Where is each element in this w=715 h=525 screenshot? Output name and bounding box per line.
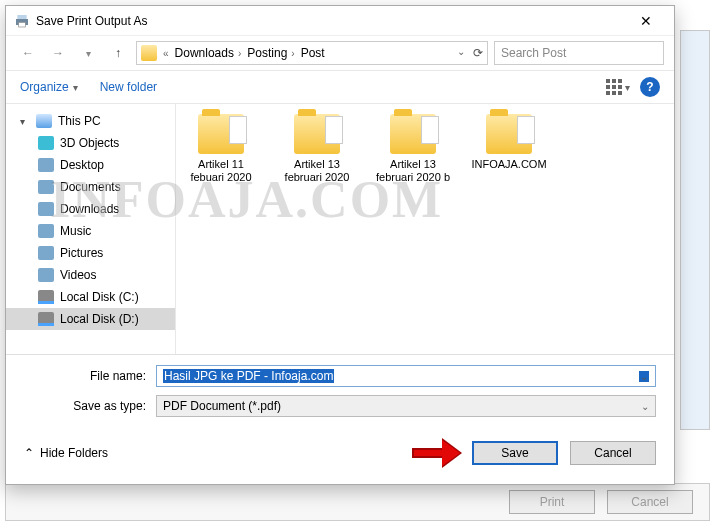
file-item-2[interactable]: Artikel 13 februari 2020 b — [374, 114, 452, 184]
crumb-1[interactable]: Posting› — [247, 46, 294, 60]
tree-item-8[interactable]: Local Disk (D:) — [6, 308, 175, 330]
tree-item-4[interactable]: Music — [6, 220, 175, 242]
save-button[interactable]: Save — [472, 441, 558, 465]
search-input[interactable]: Search Post — [494, 41, 664, 65]
up-button[interactable]: ↑ — [106, 41, 130, 65]
file-label: Artikel 13 februari 2020 b — [374, 158, 452, 184]
tree-item-7[interactable]: Local Disk (C:) — [6, 286, 175, 308]
tree-item-6[interactable]: Videos — [6, 264, 175, 286]
bg-print-button[interactable]: Print — [509, 490, 595, 514]
tree-this-pc[interactable]: ▾ This PC — [6, 110, 175, 132]
annotation-arrow — [412, 443, 460, 463]
dialog-title: Save Print Output As — [36, 14, 147, 28]
tree-item-1[interactable]: Desktop — [6, 154, 175, 176]
dialog-body: ▾ This PC 3D ObjectsDesktopDocumentsDown… — [6, 104, 674, 354]
tree-item-icon — [38, 136, 54, 150]
address-dropdown-icon[interactable]: ⌄ — [457, 46, 465, 60]
svg-rect-0 — [17, 15, 26, 19]
tree-item-2[interactable]: Documents — [6, 176, 175, 198]
footer: ⌃ Hide Folders Save Cancel — [6, 431, 674, 479]
file-pane[interactable]: Artikel 11 febuari 2020Artikel 13 februa… — [176, 104, 674, 354]
file-item-0[interactable]: Artikel 11 febuari 2020 — [182, 114, 260, 184]
savetype-label: Save as type: — [66, 399, 156, 413]
cancel-button[interactable]: Cancel — [570, 441, 656, 465]
tree-item-label: Local Disk (D:) — [60, 312, 139, 326]
file-item-1[interactable]: Artikel 13 februari 2020 — [278, 114, 356, 184]
printer-icon — [14, 13, 30, 29]
titlebar: Save Print Output As ✕ — [6, 6, 674, 36]
new-folder-button[interactable]: New folder — [100, 80, 157, 94]
tree-item-label: Documents — [60, 180, 121, 194]
recent-dropdown[interactable]: ▾ — [76, 41, 100, 65]
tree-item-label: Downloads — [60, 202, 119, 216]
tree-item-label: Music — [60, 224, 91, 238]
help-icon[interactable]: ? — [640, 77, 660, 97]
fields: File name: Hasil JPG ke PDF - Infoaja.co… — [6, 354, 674, 431]
tree-label: This PC — [58, 114, 101, 128]
tree-item-label: Desktop — [60, 158, 104, 172]
tree-item-icon — [38, 268, 54, 282]
organize-menu[interactable]: Organize ▾ — [20, 80, 78, 94]
tree-item-icon — [38, 180, 54, 194]
filename-input[interactable]: Hasil JPG ke PDF - Infoaja.com ⌄ — [156, 365, 656, 387]
file-item-3[interactable]: INFOAJA.COM — [470, 114, 548, 184]
tree-item-0[interactable]: 3D Objects — [6, 132, 175, 154]
filename-dropdown-icon[interactable]: ⌄ — [639, 371, 649, 382]
expand-icon[interactable]: ▾ — [20, 116, 30, 127]
tree-item-label: Local Disk (C:) — [60, 290, 139, 304]
tree-item-icon — [38, 290, 54, 304]
toolbar: Organize ▾ New folder ▾ ? — [6, 70, 674, 104]
savetype-select[interactable]: PDF Document (*.pdf) ⌄ — [156, 395, 656, 417]
background-window — [680, 30, 710, 430]
tree-item-label: Pictures — [60, 246, 103, 260]
nav-row: ← → ▾ ↑ « Downloads› Posting› Post ⌄ ⟳ S… — [6, 36, 674, 70]
save-dialog: Save Print Output As ✕ ← → ▾ ↑ « Downloa… — [5, 5, 675, 485]
tree-item-3[interactable]: Downloads — [6, 198, 175, 220]
back-button[interactable]: ← — [16, 41, 40, 65]
chevron-icon: « — [163, 48, 169, 59]
file-label: Artikel 13 februari 2020 — [278, 158, 356, 184]
tree-item-5[interactable]: Pictures — [6, 242, 175, 264]
chevron-up-icon: ⌃ — [24, 446, 34, 460]
background-footer: Print Cancel — [5, 483, 710, 521]
search-placeholder: Search Post — [501, 46, 566, 60]
view-options-button[interactable]: ▾ — [606, 79, 630, 95]
folder-icon — [390, 114, 436, 154]
folder-icon — [486, 114, 532, 154]
bg-cancel-button[interactable]: Cancel — [607, 490, 693, 514]
tree-item-icon — [38, 312, 54, 326]
refresh-icon[interactable]: ⟳ — [473, 46, 483, 60]
pc-icon — [36, 114, 52, 128]
address-bar[interactable]: « Downloads› Posting› Post ⌄ ⟳ — [136, 41, 488, 65]
file-label: INFOAJA.COM — [470, 158, 548, 171]
tree-item-icon — [38, 224, 54, 238]
folder-icon — [141, 45, 157, 61]
nav-tree[interactable]: ▾ This PC 3D ObjectsDesktopDocumentsDown… — [6, 104, 176, 354]
crumb-2[interactable]: Post — [301, 46, 325, 60]
folder-icon — [198, 114, 244, 154]
close-button[interactable]: ✕ — [626, 13, 666, 29]
folder-icon — [294, 114, 340, 154]
savetype-dropdown-icon: ⌄ — [641, 401, 649, 412]
tree-item-label: Videos — [60, 268, 96, 282]
svg-rect-2 — [19, 22, 26, 27]
crumb-0[interactable]: Downloads› — [175, 46, 242, 60]
hide-folders-button[interactable]: ⌃ Hide Folders — [24, 446, 108, 460]
file-label: Artikel 11 febuari 2020 — [182, 158, 260, 184]
forward-button: → — [46, 41, 70, 65]
tree-item-icon — [38, 158, 54, 172]
filename-label: File name: — [66, 369, 156, 383]
tree-item-label: 3D Objects — [60, 136, 119, 150]
tree-item-icon — [38, 202, 54, 216]
tree-item-icon — [38, 246, 54, 260]
